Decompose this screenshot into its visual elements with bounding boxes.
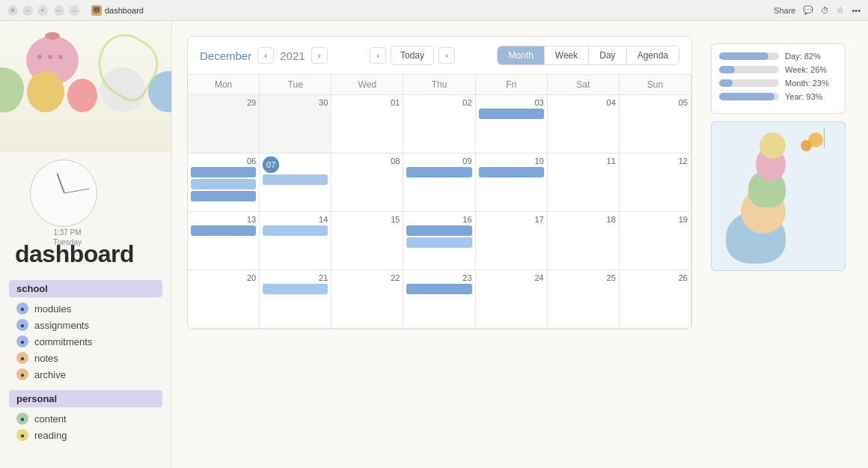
right-panel: Day: 82% Week: 26% Month: 23% (703, 36, 853, 329)
day-cell-18[interactable]: 18 (548, 212, 620, 270)
sidebar-item-commitments[interactable]: ● commitments (9, 333, 162, 350)
notes-label: notes (34, 353, 58, 364)
day-header-fri: Fri (476, 75, 548, 95)
day-cell-03[interactable]: 03 (476, 95, 548, 154)
stats-box: Day: 82% Week: 26% Month: 23% (711, 43, 846, 114)
sidebar-section-school: school ● modules ● assignments ● commitm… (0, 276, 171, 386)
forward-btn[interactable]: → (69, 5, 79, 16)
reading-icon: ● (16, 429, 28, 441)
notes-icon: ● (16, 352, 28, 364)
calendar-cells: 29 30 01 02 03 04 05 06 (188, 95, 691, 329)
chat-icon[interactable]: 💬 (803, 5, 813, 15)
clock-day: Tuesday (30, 238, 105, 246)
stat-bar-year-fill (719, 93, 774, 100)
day-cell-08[interactable]: 08 (331, 154, 403, 212)
next-month-btn[interactable]: › (311, 47, 328, 64)
today-btn[interactable]: Today (391, 46, 434, 65)
event-bar (191, 167, 256, 177)
day-cell-25[interactable]: 25 (548, 270, 620, 329)
day-header-tue: Tue (260, 75, 331, 95)
minimize-btn[interactable]: − (22, 5, 33, 16)
calendar-day-headers: Mon Tue Wed Thu Fri Sat Sun (188, 75, 691, 95)
sidebar-item-reading[interactable]: ● reading (9, 427, 162, 443)
share-button[interactable]: Share (774, 6, 795, 15)
day-cell-11[interactable]: 11 (548, 154, 620, 212)
day-cell-21[interactable]: 21 (260, 270, 331, 329)
day-cell-20[interactable]: 20 (188, 270, 260, 329)
day-cell-24[interactable]: 24 (476, 270, 548, 329)
tab-week[interactable]: Week (545, 46, 589, 64)
tab-month[interactable]: Month (498, 46, 544, 64)
sidebar-item-notes[interactable]: ● notes (9, 350, 162, 366)
back-btn[interactable]: ← (54, 5, 64, 16)
browser-tab[interactable]: 🐻 dashboard (91, 5, 144, 16)
day-cell-16[interactable]: 16 (403, 212, 475, 270)
nav-controls: ← → (54, 5, 79, 16)
day-cell-04[interactable]: 04 (548, 95, 620, 154)
tab-day[interactable]: Day (589, 46, 626, 64)
sidebar-item-modules[interactable]: ● modules (9, 300, 162, 317)
clock-hour-hand (56, 173, 64, 193)
event-bar (191, 179, 256, 189)
day-cell-23[interactable]: 23 (403, 270, 475, 329)
day-header-wed: Wed (331, 75, 403, 95)
sidebar-item-content[interactable]: ● content (9, 410, 162, 427)
star-icon[interactable]: ☆ (837, 5, 844, 15)
modules-label: modules (34, 303, 71, 314)
day-cell-02[interactable]: 02 (403, 95, 475, 154)
day-cell-06[interactable]: 06 (188, 154, 260, 212)
stat-month-label: Month: 23% (785, 79, 829, 88)
day-cell-17[interactable]: 17 (476, 212, 548, 270)
reading-label: reading (34, 430, 67, 441)
stat-bar-year-bg (719, 93, 779, 100)
content-area: December ‹ 2021 › ‹ Today › Month Week D… (172, 21, 868, 468)
archive-label: archive (34, 369, 66, 380)
day-cell-01[interactable]: 01 (331, 95, 403, 154)
history-icon[interactable]: ⏱ (821, 6, 829, 15)
content-row: December ‹ 2021 › ‹ Today › Month Week D… (187, 36, 853, 329)
close-btn[interactable]: ✕ (7, 5, 18, 16)
maximize-btn[interactable]: + (37, 5, 48, 16)
view-tabs: Month Week Day Agenda (497, 46, 679, 65)
day-header-sat: Sat (548, 75, 620, 95)
day-cell-07[interactable]: 07 (260, 154, 331, 212)
cal-next-btn[interactable]: › (438, 47, 455, 64)
window-controls: ✕ − + (7, 5, 48, 16)
main-container: 1:37 PM Tuesday dashboard school ● modul… (0, 21, 868, 468)
sidebar-item-archive[interactable]: ● archive (9, 366, 162, 383)
event-bar (191, 191, 256, 201)
day-cell-05[interactable]: 05 (620, 95, 691, 154)
tab-agenda[interactable]: Agenda (627, 46, 679, 64)
stacked-characters (718, 129, 838, 264)
day-header-thu: Thu (403, 75, 475, 95)
day-cell-nov30[interactable]: 30 (260, 95, 331, 154)
day-cell-14[interactable]: 14 (260, 212, 331, 270)
sidebar-item-assignments[interactable]: ● assignments (9, 317, 162, 333)
stat-week-label: Week: 26% (785, 65, 827, 74)
char-green (0, 67, 24, 112)
prev-month-btn[interactable]: ‹ (257, 47, 274, 64)
clock-time: 1:37 PM (30, 228, 105, 237)
day-cell-13[interactable]: 13 (188, 212, 260, 270)
day-cell-19[interactable]: 19 (620, 212, 691, 270)
more-icon[interactable]: ••• (852, 6, 861, 15)
browser-toolbar: Share 💬 ⏱ ☆ ••• (774, 5, 861, 15)
day-cell-09[interactable]: 09 (403, 154, 475, 212)
modules-icon: ● (16, 303, 28, 314)
day-cell-nov29[interactable]: 29 (188, 95, 260, 154)
event-bar (406, 225, 471, 236)
day-cell-12[interactable]: 12 (620, 154, 691, 212)
day-cell-26[interactable]: 26 (620, 270, 691, 329)
clock-minute-hand (64, 188, 90, 193)
calendar: December ‹ 2021 › ‹ Today › Month Week D… (187, 36, 692, 329)
content-icon: ● (16, 413, 28, 425)
day-cell-22[interactable]: 22 (331, 270, 403, 329)
event-bar (406, 284, 471, 294)
assignments-icon: ● (16, 319, 28, 331)
stat-day-label: Day: 82% (785, 52, 821, 61)
cal-prev-btn[interactable]: ‹ (370, 47, 386, 64)
day-cell-10[interactable]: 10 (476, 154, 548, 212)
clock-face (30, 159, 97, 227)
tab-title: dashboard (105, 6, 144, 15)
day-cell-15[interactable]: 15 (331, 212, 403, 270)
